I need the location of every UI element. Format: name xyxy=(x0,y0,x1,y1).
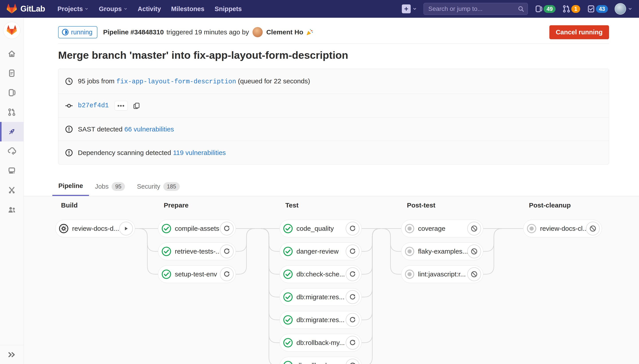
tab-count-badge: 185 xyxy=(163,182,180,191)
pipeline-status-badge[interactable]: running xyxy=(58,26,97,38)
retry-job-button[interactable] xyxy=(346,222,360,236)
cancel-running-button[interactable]: Cancel running xyxy=(549,25,609,39)
job-db-migrate-res[interactable]: db:migrate:res... xyxy=(279,311,362,329)
job-name: lint:javascript:r... xyxy=(418,270,466,278)
sidebar-item-ci-cd-rocket[interactable] xyxy=(0,122,24,142)
play-job-button[interactable] xyxy=(119,222,133,236)
nav-item-milestones[interactable]: Milestones xyxy=(171,5,204,13)
job-name: retrieve-tests-... xyxy=(175,248,220,255)
cancel-job-button[interactable] xyxy=(467,244,481,258)
branch-link[interactable]: fix-app-layout-form-description xyxy=(116,78,236,85)
retry-job-button[interactable] xyxy=(346,267,360,281)
job-db-rollback[interactable]: db:rollback-... xyxy=(279,357,362,364)
nav-item-groups[interactable]: Groups xyxy=(99,5,127,13)
sidebar-item-home[interactable] xyxy=(0,44,24,64)
status-success-icon xyxy=(283,269,293,279)
tab-jobs[interactable]: Jobs95 xyxy=(89,177,131,196)
job-setup-test-env[interactable]: setup-test-env xyxy=(158,265,236,283)
status-success-icon xyxy=(283,246,293,256)
merge-requests-counter[interactable]: 1 xyxy=(562,5,580,13)
running-spinner-icon xyxy=(62,28,69,36)
author-avatar[interactable] xyxy=(252,27,263,37)
nav-item-activity[interactable]: Activity xyxy=(138,5,161,13)
cancel-job-button[interactable] xyxy=(586,222,600,236)
environments-icon xyxy=(7,166,16,175)
nav-item-snippets[interactable]: Snippets xyxy=(215,5,242,13)
job-review-docs-cl[interactable]: review-docs-cl... xyxy=(523,220,602,238)
user-menu[interactable] xyxy=(614,3,632,15)
chevron-down-icon xyxy=(124,7,128,11)
merge-requests-count-badge: 1 xyxy=(571,5,580,13)
sidebar-item-snippets[interactable] xyxy=(0,180,24,200)
job-compile-assets[interactable]: compile-assets xyxy=(158,220,236,238)
nav-item-projects[interactable]: Projects xyxy=(58,5,89,13)
pipeline-header: running Pipeline #34848310 triggered 19 … xyxy=(58,18,609,40)
double-chevron-right-icon xyxy=(7,350,16,359)
stage-header-prepare: Prepare xyxy=(164,202,189,209)
job-coverage[interactable]: coverage xyxy=(401,220,483,238)
job-name: review-docs-cl... xyxy=(540,225,586,232)
status-success-icon xyxy=(283,224,293,234)
retry-job-button[interactable] xyxy=(346,290,360,304)
retry-job-button[interactable] xyxy=(346,336,360,350)
retry-job-button[interactable] xyxy=(346,359,360,364)
commit-icon xyxy=(65,102,73,110)
cancel-job-button[interactable] xyxy=(467,222,481,236)
job-flaky-examples[interactable]: flaky-examples... xyxy=(401,242,483,260)
status-created-icon xyxy=(405,269,415,279)
job-code-quality[interactable]: code_quality xyxy=(279,220,362,238)
status-created-icon xyxy=(527,224,536,234)
job-danger-review[interactable]: danger-review xyxy=(279,242,362,260)
chevron-down-icon xyxy=(413,7,417,11)
copy-commit-button[interactable] xyxy=(133,102,140,110)
job-db-migrate-res[interactable]: db:migrate:res... xyxy=(279,288,362,306)
jobs-text: 95 jobs from fix-app-layout-form-descrip… xyxy=(78,77,310,85)
operations-icon xyxy=(7,147,16,156)
gitlab-wordmark: GitLab xyxy=(21,4,45,14)
user-avatar xyxy=(614,3,626,15)
top-navbar: GitLab ProjectsGroupsActivityMilestonesS… xyxy=(0,0,639,18)
commit-expand-button[interactable]: ••• xyxy=(115,101,128,110)
dependency-vulnerabilities-link[interactable]: 119 vulnerabilities xyxy=(173,149,226,156)
search-icon xyxy=(518,6,524,12)
tab-pipeline[interactable]: Pipeline xyxy=(52,177,89,196)
todos-counter[interactable]: 43 xyxy=(587,5,608,13)
dependency-text: Dependency scanning detected 119 vulnera… xyxy=(78,149,226,156)
retry-job-button[interactable] xyxy=(220,222,234,236)
sidebar-item-document[interactable] xyxy=(0,64,24,83)
sidebar-item-members[interactable] xyxy=(0,200,24,220)
retry-job-button[interactable] xyxy=(346,313,360,327)
author-name[interactable]: Clement Ho xyxy=(266,28,303,36)
ci-cd-rocket-icon xyxy=(7,127,16,136)
retry-job-button[interactable] xyxy=(220,244,234,258)
job-db-rollback-my[interactable]: db:rollback-my... xyxy=(279,334,362,352)
gitlab-logo[interactable]: GitLab xyxy=(7,4,45,14)
job-retrieve-tests[interactable]: retrieve-tests-... xyxy=(158,242,236,260)
sidebar-item-operations[interactable] xyxy=(0,142,24,161)
sidebar-item-merge-requests[interactable] xyxy=(0,102,24,122)
retry-job-button[interactable] xyxy=(220,267,234,281)
alert-icon xyxy=(65,125,73,133)
status-success-icon xyxy=(162,246,171,256)
retry-job-button[interactable] xyxy=(346,244,360,258)
sidebar-item-issues[interactable] xyxy=(0,83,24,102)
job-lint-javascript-r[interactable]: lint:javascript:r... xyxy=(401,265,483,283)
cancel-job-button[interactable] xyxy=(467,267,481,281)
sidebar-item-environments[interactable] xyxy=(0,161,24,180)
job-name: setup-test-env xyxy=(175,270,217,278)
sidebar-collapse-toggle[interactable] xyxy=(0,345,24,364)
new-dropdown-button[interactable] xyxy=(402,4,417,13)
todos-count-badge: 43 xyxy=(596,5,608,13)
todos-icon xyxy=(587,5,595,13)
status-success-icon xyxy=(162,224,171,234)
job-review-docs-d[interactable]: review-docs-d... xyxy=(55,220,135,238)
search-input[interactable] xyxy=(424,3,528,15)
stage-header-test: Test xyxy=(285,202,298,209)
tab-security[interactable]: Security185 xyxy=(131,177,185,196)
status-success-icon xyxy=(162,269,171,279)
commit-sha-link[interactable]: b27ef4d1 xyxy=(78,102,109,109)
issues-counter[interactable]: 49 xyxy=(534,5,556,13)
job-db-check-sche[interactable]: db:check-sche... xyxy=(279,265,362,283)
project-avatar[interactable] xyxy=(3,22,21,39)
sast-vulnerabilities-link[interactable]: 66 vulnerabilities xyxy=(124,126,174,133)
